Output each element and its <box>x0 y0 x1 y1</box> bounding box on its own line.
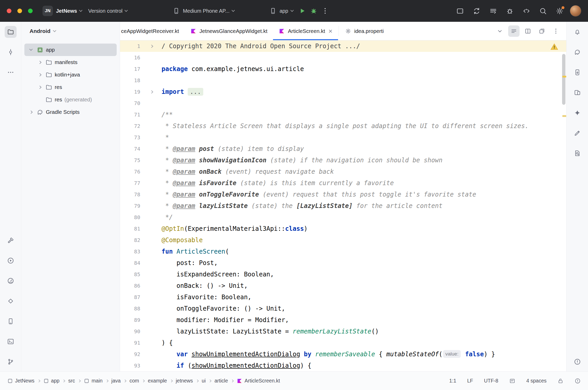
warning-stripe-mark[interactable] <box>562 115 566 117</box>
split-columns-icon[interactable] <box>522 25 534 37</box>
breadcrumb-item-jetnews[interactable]: JetNews <box>7 378 34 384</box>
tool-run-circle-icon[interactable] <box>5 255 17 267</box>
tree-item-gradle-scripts[interactable]: Gradle Scripts <box>24 106 117 118</box>
gutter-line-number[interactable]: 16 <box>120 52 141 63</box>
code-line-82[interactable]: 82@Composable <box>120 234 566 246</box>
problems-indicator-icon[interactable] <box>575 378 581 384</box>
chevron-down-icon[interactable] <box>494 25 506 37</box>
breadcrumb-item-article[interactable]: article <box>214 378 228 384</box>
code-line-77[interactable]: 77 * @param isFavorite (state) is this i… <box>120 177 566 189</box>
gutter-line-number[interactable]: 71 <box>120 109 141 120</box>
gutter-line-number[interactable]: 76 <box>120 166 141 177</box>
code-line-75[interactable]: 75 * @param showNavigationIcon (state) i… <box>120 155 566 166</box>
close-window-button[interactable] <box>7 9 11 13</box>
code-line-80[interactable]: 80 */ <box>120 212 566 223</box>
code-area[interactable]: 1/ Copyright 2020 The Android Open Sourc… <box>120 40 566 371</box>
breadcrumb-item-main[interactable]: main <box>84 378 102 384</box>
breadcrumb-item-ui[interactable]: ui <box>202 378 206 384</box>
user-avatar[interactable] <box>570 5 581 17</box>
fold-marker-icon[interactable] <box>141 40 162 52</box>
code-line-76[interactable]: 76 * @param onBack (event) request navig… <box>120 166 566 177</box>
breadcrumb-item-example[interactable]: example <box>148 378 167 384</box>
code-line-79[interactable]: 79 * @param lazyListState (state) the [L… <box>120 200 566 212</box>
inspections-warning-icon[interactable] <box>550 43 558 50</box>
code-line-84[interactable]: 84 post: Post, <box>120 257 566 269</box>
gutter-line-number[interactable]: 91 <box>120 337 141 349</box>
breadcrumb-item-src[interactable]: src <box>68 378 75 384</box>
code-line-73[interactable]: 73 * <box>120 132 566 143</box>
tool-terminal-icon[interactable] <box>5 336 17 347</box>
gutter-line-number[interactable]: 75 <box>120 155 141 166</box>
code-line-81[interactable]: 81@OptIn(ExperimentalMaterial3Api::class… <box>120 223 566 234</box>
gutter-line-number[interactable]: 18 <box>120 75 141 86</box>
code-editor[interactable]: 1/ Copyright 2020 The Android Open Sourc… <box>120 40 566 371</box>
tab-jetnewsglanceappwidget-kt[interactable]: JetnewsGlanceAppWidget.kt <box>185 22 273 40</box>
code-line-93[interactable]: 93 if (showUnimplementedActionDialog) { <box>120 360 566 371</box>
detach-window-icon[interactable] <box>536 25 548 37</box>
code-line-72[interactable]: 72 * Stateless Article Screen that displ… <box>120 120 566 132</box>
tab-ceappwidgetreceiver-kt[interactable]: ceAppWidgetReceiver.kt <box>120 22 185 40</box>
code-line-87[interactable]: 87 isFavorite: Boolean, <box>120 291 566 303</box>
line-separator-widget[interactable]: LF <box>467 378 473 384</box>
run-button[interactable] <box>297 5 308 16</box>
tool-find-in-files-icon[interactable] <box>571 147 583 159</box>
tree-item-res[interactable]: res (generated) <box>24 93 117 106</box>
code-line-92[interactable]: 92 var showUnimplementedActionDialog by … <box>120 349 566 360</box>
tree-item-app[interactable]: app <box>24 44 117 56</box>
code-line-91[interactable]: 91) { <box>120 337 566 349</box>
gutter-line-number[interactable]: 19 <box>120 86 141 97</box>
gutter-line-number[interactable]: 85 <box>120 269 141 280</box>
gutter-line-number[interactable]: 73 <box>120 132 141 143</box>
tool-commit-icon[interactable] <box>5 46 17 58</box>
sync-project-icon[interactable] <box>470 5 483 17</box>
build-analyzer-bug-icon[interactable] <box>503 5 516 17</box>
gutter-line-number[interactable]: 92 <box>120 349 141 360</box>
code-line-89[interactable]: 89 modifier: Modifier = Modifier, <box>120 314 566 326</box>
code-line-18[interactable]: 18 <box>120 75 566 86</box>
gutter-line-number[interactable]: 88 <box>120 303 141 314</box>
gutter-line-number[interactable]: 70 <box>120 97 141 109</box>
code-line-17[interactable]: 17package com.example.jetnews.ui.article <box>120 63 566 75</box>
device-selector[interactable]: Medium Phone AP... <box>169 4 237 17</box>
tool-more-horizontal-icon[interactable] <box>5 66 17 78</box>
code-line-1[interactable]: 1/ Copyright 2020 The Android Open Sourc… <box>120 40 566 52</box>
tool-device-explorer-icon[interactable] <box>571 66 583 78</box>
breadcrumb-item-java[interactable]: java <box>111 378 121 384</box>
code-line-70[interactable]: 70 <box>120 97 566 109</box>
gutter-line-number[interactable]: 77 <box>120 177 141 189</box>
close-tab-icon[interactable]: × <box>328 28 332 34</box>
tool-running-devices-icon[interactable] <box>571 87 583 99</box>
tool-app-inspection-icon[interactable] <box>571 127 583 139</box>
tool-build-hammer-icon[interactable] <box>5 234 17 246</box>
code-line-90[interactable]: 90 lazyListState: LazyListState = rememb… <box>120 326 566 337</box>
kebab-icon[interactable] <box>550 25 562 37</box>
tool-device-manager-icon[interactable] <box>5 315 17 327</box>
warning-stripe-mark[interactable] <box>562 76 566 78</box>
search-icon[interactable] <box>536 5 550 17</box>
editor-list-icon[interactable] <box>508 25 520 37</box>
code-line-19[interactable]: 19import ... <box>120 86 566 97</box>
logcat-lines-icon[interactable] <box>486 5 500 17</box>
tool-problems-icon[interactable] <box>571 356 583 368</box>
indent-setting-widget[interactable]: 4 spaces <box>526 378 547 384</box>
gutter-line-number[interactable]: 81 <box>120 223 141 234</box>
code-line-88[interactable]: 88 onToggleFavorite: () -> Unit, <box>120 303 566 314</box>
debug-button[interactable] <box>308 5 319 16</box>
breadcrumb-item-jetnews[interactable]: jetnews <box>176 378 193 384</box>
vcs-menu[interactable]: Version control <box>85 5 130 17</box>
unlock-icon[interactable] <box>557 378 564 384</box>
breadcrumb-item-articlescreen-kt[interactable]: ArticleScreen.kt <box>237 378 280 384</box>
code-line-74[interactable]: 74 * @param post (state) item to display <box>120 143 566 155</box>
ai-code-icon[interactable] <box>520 5 533 17</box>
code-line-85[interactable]: 85 isExpandedScreen: Boolean, <box>120 269 566 280</box>
gutter-line-number[interactable]: 74 <box>120 143 141 155</box>
more-run-actions-button[interactable] <box>320 5 331 16</box>
run-configuration-selector[interactable]: app <box>266 4 296 17</box>
gutter-line-number[interactable]: 1 <box>120 40 141 52</box>
tool-notifications-bell-icon[interactable] <box>571 26 583 38</box>
tool-app-quality-insights-icon[interactable] <box>5 295 17 307</box>
file-encoding-widget[interactable]: UTF-8 <box>484 378 498 384</box>
tool-gemini-sparkle-icon[interactable] <box>571 107 583 119</box>
project-menu[interactable]: JetNews <box>53 5 85 17</box>
gutter-line-number[interactable]: 82 <box>120 234 141 246</box>
